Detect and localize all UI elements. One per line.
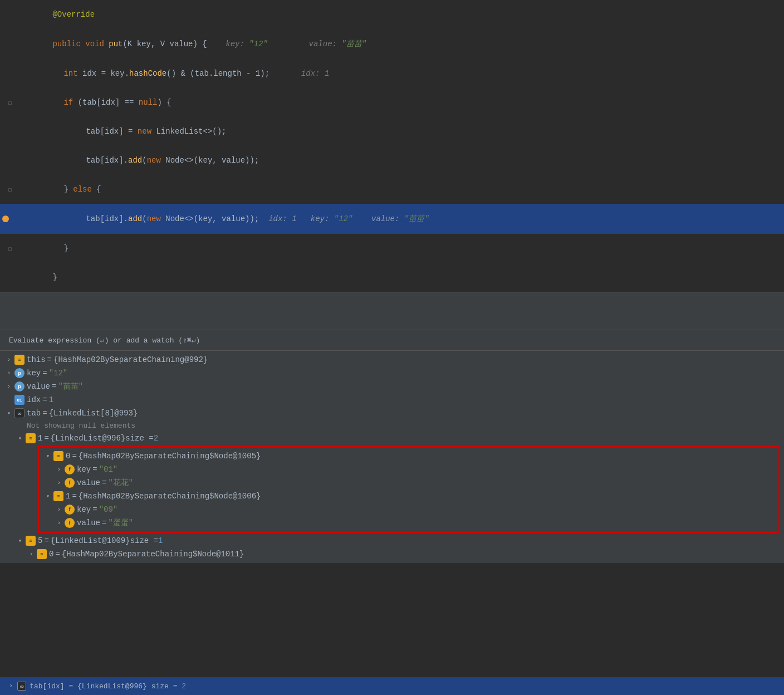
icon-f-node1-val: f [65, 518, 75, 528]
hint-h-value-val: "苗苗" [404, 214, 429, 223]
var-name-list5: 5 [38, 536, 42, 545]
var-val-idx: 1 [49, 395, 53, 404]
expand-node0-key[interactable] [55, 465, 63, 474]
var-row-node0[interactable]: ≡ 0 = {HashMap02BySeparateChaining$Node@… [39, 449, 778, 463]
code-content: } [20, 264, 784, 291]
icon-f-node0-val: f [65, 478, 75, 488]
icon-list-this: ≡ [14, 355, 24, 365]
var-name-node1: 1 [66, 492, 70, 501]
annotation-keyword: @Override [52, 10, 95, 19]
code-brace: } [63, 244, 68, 253]
var-row-list1[interactable]: ≡ 1 = {LinkedList@996} size = 2 [0, 432, 784, 445]
var-eq: = [72, 452, 76, 461]
icon-list-5: ≡ [26, 536, 36, 546]
code-content: tab[idx].add(new Node<>(key, value)); [20, 147, 784, 174]
code-line-method: public void put(K key, V value) { key: "… [0, 29, 784, 59]
var-val-node0-val: "花花" [108, 478, 133, 488]
expand-node1-key[interactable] [55, 505, 63, 514]
var-size-label: size = [125, 434, 153, 443]
expand-node1[interactable] [43, 492, 52, 501]
expand-list5[interactable] [16, 536, 24, 545]
code-content: @Override [20, 1, 784, 28]
expand-value[interactable] [4, 382, 13, 391]
var-size-label5: size = [130, 536, 158, 545]
var-row-key[interactable]: p key = "12" [0, 366, 784, 380]
gutter-icon: ◻ [8, 245, 12, 252]
expand-list5-node0[interactable] [27, 550, 36, 559]
hint-h-idx: idx: 1 [268, 214, 311, 223]
kw-if: if [63, 98, 77, 107]
hint-key-label: key: [217, 40, 249, 48]
var-val-node1-val: "蛋蛋" [108, 518, 133, 528]
kw-void: void [85, 40, 109, 48]
params: (K key, V value) { [122, 40, 216, 48]
icon-p-value: p [14, 381, 24, 391]
var-eq: = [42, 409, 47, 418]
var-eq: = [44, 536, 48, 545]
not-showing-text: Not showing null elements [0, 420, 784, 432]
var-row-tab[interactable]: ∞ tab = {LinkedList[8]@993} [0, 407, 784, 420]
line-gutter: ◻ [0, 186, 20, 193]
method-name: put [109, 40, 122, 48]
kw-int: int [63, 69, 82, 78]
var-name-list5-node0: 0 [49, 550, 53, 559]
var-val-value: "苗苗" [58, 381, 83, 391]
code-text3: Node<>(key, value)); [165, 156, 259, 165]
var-row-list5-node0[interactable]: ≡ 0 = {HashMap02BySeparateChaining$Node@… [0, 547, 784, 561]
var-row-node1[interactable]: ≡ 1 = {HashMap02BySeparateChaining$Node@… [39, 490, 778, 503]
method-add-h: add [128, 214, 142, 223]
hint-value-label: value: [290, 40, 341, 48]
status-val: {LinkedList@996} [77, 682, 147, 691]
expand-key[interactable] [4, 369, 13, 378]
separator [0, 292, 784, 296]
expand-list1[interactable] [16, 434, 24, 443]
expand-node1-val[interactable] [55, 518, 63, 527]
red-box-container: ≡ 0 = {HashMap02BySeparateChaining$Node@… [0, 446, 784, 533]
var-eq: = [42, 395, 47, 404]
var-row-node1-val[interactable]: f value = "蛋蛋" [39, 516, 778, 530]
gutter-icon: ◻ [8, 186, 12, 193]
var-name-node0-key: key [77, 465, 91, 474]
code-content: int idx = key.hashCode() & (tab.length -… [20, 60, 784, 87]
code-content: } [20, 235, 784, 262]
var-row-node1-key[interactable]: f key = "09" [39, 503, 778, 516]
code-text2: LinkedList<>(); [156, 127, 226, 136]
eval-bar[interactable]: Evaluate expression (↵) or add a watch (… [0, 330, 784, 351]
var-val-node0: {HashMap02BySeparateChaining$Node@1005} [79, 452, 261, 461]
kw-new: new [138, 127, 156, 136]
var-eq: = [44, 434, 48, 443]
status-arrow[interactable]: › [9, 682, 13, 690]
code-line-close2: } [0, 263, 784, 292]
expand-tab[interactable] [4, 409, 13, 418]
expand-node0-val[interactable] [55, 478, 63, 487]
code-line-close1: ◻ } [0, 234, 784, 263]
code-brace: } [63, 185, 73, 194]
icon-list-node0: ≡ [53, 451, 63, 461]
icon-list-node1: ≡ [53, 491, 63, 501]
var-row-list5[interactable]: ≡ 5 = {LinkedList@1009} size = 1 [0, 534, 784, 547]
icon-list-l5n0: ≡ [37, 549, 47, 559]
var-row-node0-key[interactable]: f key = "01" [39, 463, 778, 476]
var-val-this: {HashMap02BySeparateChaining@992} [53, 355, 208, 364]
gutter-icon: ◻ [8, 99, 12, 106]
code-text: tab[idx]. [86, 214, 128, 223]
method-add: add [128, 156, 142, 165]
line-gutter: ◻ [0, 245, 20, 252]
status-size-label: size = [151, 682, 182, 691]
var-row-value[interactable]: p value = "苗苗" [0, 380, 784, 393]
icon-f-node1-key: f [65, 505, 75, 515]
kw-null: null [139, 98, 158, 107]
status-size-val: 2 [182, 682, 186, 691]
var-row-idx[interactable]: 01 idx = 1 [0, 393, 784, 407]
var-eq: = [92, 505, 97, 514]
code-line-linkedlist: tab[idx] = new LinkedList<>(); [0, 117, 784, 146]
var-name-key: key [27, 369, 41, 378]
var-name-list1: 1 [38, 434, 42, 443]
expand-this[interactable] [4, 355, 13, 364]
code-text2: ( [142, 156, 146, 165]
expand-node0[interactable] [43, 452, 52, 461]
kw-public: public [52, 40, 85, 48]
var-row-this[interactable]: ≡ this = {HashMap02BySeparateChaining@99… [0, 353, 784, 366]
var-row-node0-val[interactable]: f value = "花花" [39, 476, 778, 490]
var-eq: = [52, 382, 56, 391]
